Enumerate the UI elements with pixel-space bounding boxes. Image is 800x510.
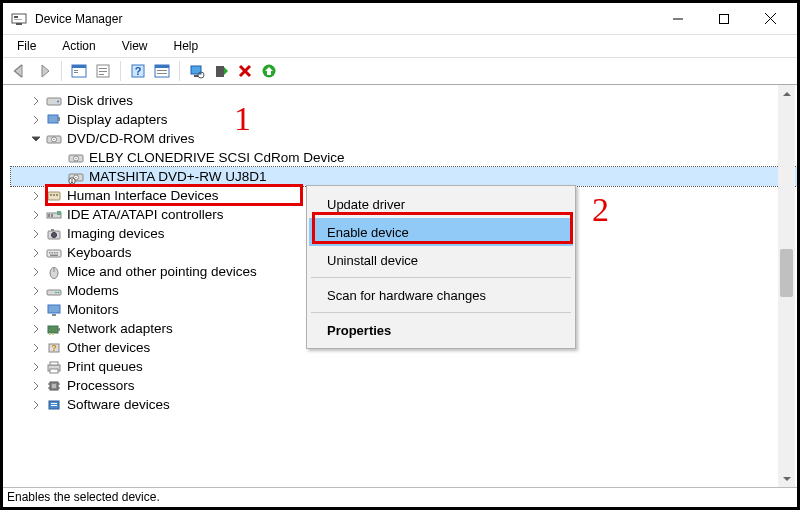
svg-rect-15 — [99, 74, 104, 75]
minimize-button[interactable] — [655, 4, 701, 34]
context-update-driver[interactable]: Update driver — [309, 190, 573, 218]
svg-text:?: ? — [51, 343, 57, 353]
update-driver-toolbar-button[interactable] — [210, 60, 232, 82]
svg-rect-66 — [58, 328, 60, 331]
chevron-right-icon[interactable] — [29, 379, 43, 393]
svg-rect-47 — [51, 214, 53, 217]
svg-rect-44 — [56, 194, 58, 196]
dvd-drive-disabled-icon — [67, 169, 85, 185]
svg-rect-19 — [155, 65, 169, 68]
tree-node-software[interactable]: Software devices — [11, 395, 797, 414]
svg-rect-10 — [74, 70, 78, 71]
device-manager-icon — [11, 11, 27, 27]
svg-rect-9 — [72, 65, 86, 68]
properties-toolbar-button[interactable] — [92, 60, 114, 82]
window-controls — [655, 4, 793, 34]
window-list-button[interactable] — [151, 60, 173, 82]
dvd-drive-icon — [45, 131, 63, 147]
svg-rect-13 — [99, 68, 107, 69]
svg-rect-56 — [57, 252, 59, 254]
svg-rect-57 — [50, 254, 58, 256]
mouse-icon — [45, 264, 63, 280]
tree-node-disk-drives[interactable]: Disk drives — [11, 91, 797, 110]
menu-action[interactable]: Action — [56, 37, 101, 55]
svg-point-33 — [53, 138, 55, 140]
context-properties[interactable]: Properties — [309, 316, 573, 344]
imaging-device-icon — [45, 226, 63, 242]
svg-point-28 — [57, 100, 59, 102]
toolbar: ? — [3, 57, 797, 85]
svg-rect-68 — [52, 333, 54, 335]
tree-node-dvd-cdrom[interactable]: DVD/CD-ROM drives — [11, 129, 797, 148]
svg-rect-42 — [50, 194, 52, 196]
svg-rect-29 — [48, 115, 58, 123]
scroll-up-button[interactable] — [778, 85, 795, 102]
status-text: Enables the selected device. — [7, 490, 160, 504]
svg-rect-21 — [157, 73, 167, 74]
chevron-down-icon[interactable] — [29, 132, 43, 146]
uninstall-toolbar-button[interactable] — [234, 60, 256, 82]
modem-icon — [45, 283, 63, 299]
svg-rect-25 — [216, 66, 224, 77]
scan-hardware-button[interactable] — [186, 60, 208, 82]
tree-node-elby-clonedrive[interactable]: ELBY CLONEDRIVE SCSI CdRom Device — [11, 148, 797, 167]
printer-icon — [45, 359, 63, 375]
menu-help[interactable]: Help — [168, 37, 205, 55]
tree-node-matshita-dvd[interactable]: MATSHITA DVD+-RW UJ8D1 — [11, 167, 797, 186]
chevron-right-icon[interactable] — [29, 113, 43, 127]
close-button[interactable] — [747, 4, 793, 34]
chevron-right-icon[interactable] — [29, 341, 43, 355]
chevron-right-icon[interactable] — [29, 360, 43, 374]
svg-text:?: ? — [135, 65, 142, 77]
vertical-scrollbar[interactable] — [778, 85, 795, 487]
tree-node-print-queues[interactable]: Print queues — [11, 357, 797, 376]
titlebar: Device Manager — [3, 3, 797, 35]
scroll-track[interactable] — [778, 102, 795, 470]
menu-file[interactable]: File — [11, 37, 42, 55]
svg-rect-64 — [52, 314, 56, 316]
svg-rect-23 — [194, 75, 198, 77]
chevron-right-icon[interactable] — [29, 322, 43, 336]
svg-rect-67 — [49, 333, 51, 335]
context-scan-hardware[interactable]: Scan for hardware changes — [309, 281, 573, 309]
keyboard-icon — [45, 245, 63, 261]
context-enable-device[interactable]: Enable device — [309, 218, 573, 246]
show-hide-tree-button[interactable] — [68, 60, 90, 82]
svg-point-61 — [55, 291, 57, 293]
svg-rect-51 — [51, 229, 54, 231]
scroll-down-button[interactable] — [778, 470, 795, 487]
window-title: Device Manager — [35, 12, 122, 26]
device-manager-window: Device Manager File Action View Help ? — [0, 0, 800, 510]
chevron-right-icon[interactable] — [29, 246, 43, 260]
svg-rect-55 — [54, 252, 56, 254]
svg-rect-46 — [48, 214, 50, 217]
tree-node-processors[interactable]: Processors — [11, 376, 797, 395]
chevron-right-icon[interactable] — [29, 94, 43, 108]
forward-button[interactable] — [33, 60, 55, 82]
ide-controller-icon — [45, 207, 63, 223]
svg-rect-73 — [50, 369, 58, 373]
maximize-button[interactable] — [701, 4, 747, 34]
chevron-right-icon[interactable] — [29, 208, 43, 222]
svg-rect-81 — [51, 403, 57, 404]
chevron-right-icon[interactable] — [29, 227, 43, 241]
annotation-label-1: 1 — [234, 100, 251, 138]
enable-toolbar-button[interactable] — [258, 60, 280, 82]
chevron-right-icon[interactable] — [29, 189, 43, 203]
chevron-right-icon[interactable] — [29, 284, 43, 298]
chevron-right-icon[interactable] — [29, 303, 43, 317]
network-adapter-icon — [45, 321, 63, 337]
svg-point-36 — [75, 157, 77, 159]
svg-point-50 — [52, 232, 57, 237]
context-uninstall-device[interactable]: Uninstall device — [309, 246, 573, 274]
scroll-thumb[interactable] — [780, 249, 793, 297]
svg-rect-72 — [50, 362, 58, 365]
tree-node-display-adapters[interactable]: Display adapters — [11, 110, 797, 129]
menubar: File Action View Help — [3, 35, 797, 57]
back-button[interactable] — [9, 60, 31, 82]
chevron-right-icon[interactable] — [29, 398, 43, 412]
menu-view[interactable]: View — [116, 37, 154, 55]
svg-rect-0 — [12, 14, 26, 23]
help-toolbar-button[interactable]: ? — [127, 60, 149, 82]
chevron-right-icon[interactable] — [29, 265, 43, 279]
